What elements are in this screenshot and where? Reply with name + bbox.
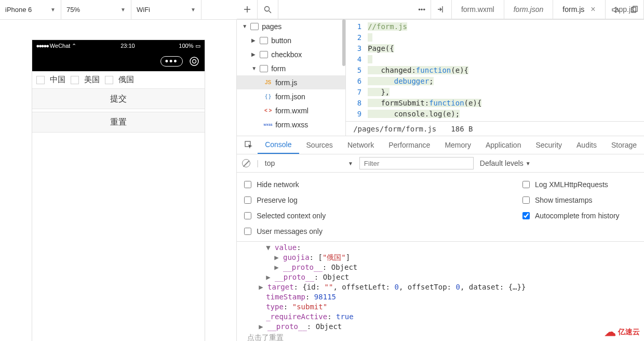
chevron-down-icon: ▼ [50,7,56,12]
wxss-icon: wxss [264,121,272,128]
code-editor[interactable]: 123456789 //form.js Page({ changed:funct… [346,19,644,136]
add-icon[interactable] [237,0,258,19]
checkbox[interactable] [36,76,45,84]
reset-button[interactable]: 重置 [32,112,205,133]
svg-point-3 [190,57,198,65]
device-dropdown[interactable]: iPhone 6 ▼ [0,0,61,19]
folder-pages[interactable]: ▼pages [237,19,345,33]
tab-audits[interactable]: Audits [569,136,604,153]
wifi-icon: ⌃ [72,43,76,49]
log-xhr-checkbox[interactable] [522,181,530,188]
devtools-tabs: Console Sources Network Performance Memo… [237,136,644,154]
checkbox[interactable] [71,76,79,84]
hide-network-checkbox[interactable] [244,181,251,188]
folder-icon [250,23,259,30]
folder-checkbox[interactable]: ▶checkbox [237,47,345,61]
search-icon[interactable] [258,0,278,19]
line-gutter: 123456789 [346,19,368,121]
clear-icon[interactable] [242,159,250,167]
more-icon[interactable]: ••• [278,0,431,19]
option-label: 中国 [50,75,65,85]
check-label: Show timestamps [535,196,592,204]
chevron-down-icon: ▼ [120,7,126,12]
tab-performance[interactable]: Performance [381,136,437,153]
phone-statusbar: ●●●●● WeChat ⌃ 23:10 100% ▭ [32,40,205,51]
tab-console[interactable]: Console [258,136,299,153]
phone-frame: ●●●●● WeChat ⌃ 23:10 100% ▭ ••• 中国 美国 俄国… [32,40,205,341]
close-icon[interactable]: × [591,5,595,14]
preserve-log-checkbox[interactable] [244,196,251,204]
user-messages-checkbox[interactable] [244,228,251,235]
option-label: 美国 [84,75,100,85]
svg-line-8 [269,11,271,13]
network-label: WiFi [137,6,150,14]
editor-toolbar: ••• form.wxml form.json form.js× app.js [237,0,644,19]
levels-select[interactable]: Default levels▼ [480,159,531,167]
folder-icon [260,37,268,44]
zoom-label: 75% [66,6,80,14]
inspect-icon[interactable] [240,136,258,153]
filter-input[interactable] [359,157,474,169]
tab-memory[interactable]: Memory [437,136,478,153]
folder-icon [260,65,268,72]
simulator-panel: ●●●●● WeChat ⌃ 23:10 100% ▭ ••• 中国 美国 俄国… [0,20,236,341]
device-label: iPhone 6 [5,6,32,14]
folder-form[interactable]: ▼form [237,61,345,75]
check-label: Selected context only [257,212,326,220]
file-tree: ▼pages ▶button ▶checkbox ▼form JSform.js… [237,19,346,136]
folder-icon [260,51,268,58]
editor-tabs: form.wxml form.json form.js× app.js [452,0,644,19]
tab-storage[interactable]: Storage [604,136,644,153]
tab-form-wxml[interactable]: form.wxml [452,0,504,19]
editor-statusbar: /pages/form/form.js 186 B [346,121,644,136]
selected-context-checkbox[interactable] [244,212,251,219]
submit-button[interactable]: 提交 [32,88,205,109]
carrier-label: WeChat [50,43,71,49]
svg-point-4 [192,60,196,63]
option-label: 俄国 [118,75,134,85]
time-label: 23:10 [120,43,135,49]
check-label: Log XMLHttpRequests [535,180,608,189]
console-filterbar: | top▼ Default levels▼ [237,154,644,173]
folder-button[interactable]: ▶button [237,33,345,47]
battery-label: 100% [179,43,193,49]
js-icon: JS [264,79,272,86]
tab-security[interactable]: Security [528,136,569,153]
check-label: Autocomplete from history [535,212,620,220]
scrollbar[interactable] [342,19,345,66]
check-label: Hide network [257,180,299,189]
checkbox[interactable] [105,76,113,84]
tab-application[interactable]: Application [478,136,529,153]
context-select[interactable]: top▼ [265,159,353,167]
checkbox-row: 中国 美国 俄国 [32,71,205,89]
zoom-dropdown[interactable]: 75% ▼ [61,0,131,19]
editor-panel: ••• form.wxml form.json form.js× app.js … [236,20,644,341]
autocomplete-checkbox[interactable] [522,212,530,219]
collapse-icon[interactable] [431,0,452,19]
tab-sources[interactable]: Sources [299,136,340,153]
target-icon[interactable] [189,56,199,67]
file-form-wxss[interactable]: wxssform.wxss [237,117,345,132]
check-label: Preserve log [257,196,298,204]
tab-app-js[interactable]: app.js [606,0,644,19]
svg-point-7 [265,6,270,11]
console-settings: Hide network Preserve log Selected conte… [237,173,644,242]
tab-network[interactable]: Network [340,136,381,153]
more-icon[interactable]: ••• [160,56,183,67]
tab-form-js[interactable]: form.js× [553,0,605,19]
tab-form-json[interactable]: form.json [504,0,554,19]
chevron-down-icon: ▼ [191,7,196,12]
cloud-icon: ☁ [605,325,616,339]
show-timestamps-checkbox[interactable] [522,196,530,204]
json-icon: { } [264,93,272,100]
file-form-json[interactable]: { }form.json [237,89,345,103]
file-form-wxml[interactable]: < >form.wxml [237,103,345,117]
file-form-js[interactable]: JSform.js [237,75,345,89]
check-label: User messages only [257,227,323,235]
code-content[interactable]: //form.js Page({ changed:function(e){ de… [368,19,644,121]
console-output[interactable]: ▼ value:▶ guojia: ["俄国"]▶ __proto__: Obj… [237,242,644,341]
wxml-icon: < > [264,107,272,114]
branding-logo: ☁亿速云 [605,325,640,339]
file-size: 186 B [451,125,473,133]
network-dropdown[interactable]: WiFi ▼ [131,0,202,19]
